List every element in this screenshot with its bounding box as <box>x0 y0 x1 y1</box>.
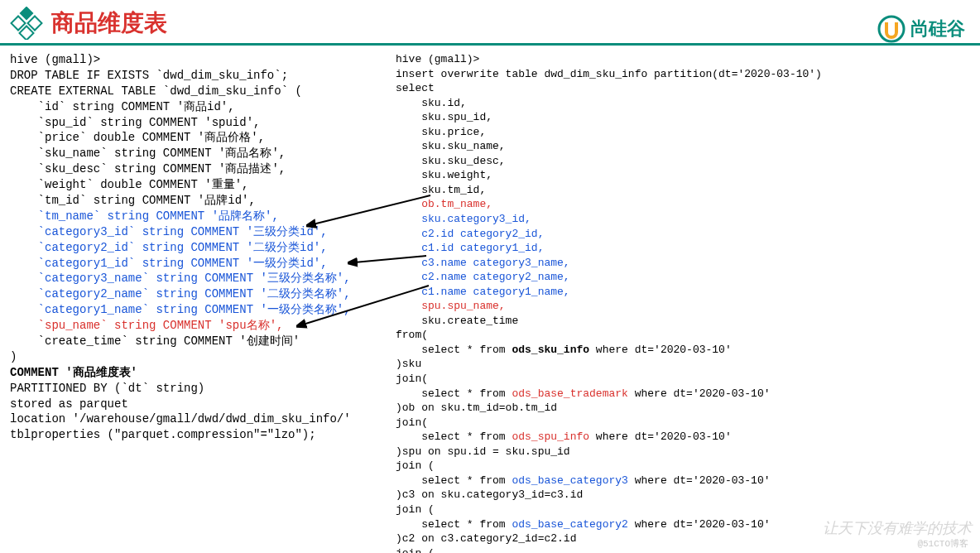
code-line: sku.sku_desc, <box>396 155 506 167</box>
code-line-highlight: c2.id category2_id, <box>396 228 544 240</box>
code-line-highlight: `category2_id` string COMMENT '二级分类id', <box>10 241 328 254</box>
code-line: CREATE EXTERNAL TABLE `dwd_dim_sku_info`… <box>10 84 302 98</box>
code-line: `sku_name` string COMMENT '商品名称', <box>10 147 286 160</box>
code-line: select * from ods_spu_info where dt='202… <box>396 430 732 443</box>
svg-rect-1 <box>12 17 26 31</box>
code-line: PARTITIONED BY (`dt` string) <box>10 382 204 395</box>
sql-create-block: hive (gmall)> DROP TABLE IF EXISTS `dwd_… <box>10 52 407 553</box>
code-line: sku.weight, <box>396 169 492 181</box>
code-line-highlight: `category1_id` string COMMENT '一级分类id', <box>10 257 328 270</box>
svg-rect-0 <box>20 7 34 20</box>
code-line-highlight: c2.name category2_name, <box>396 271 570 283</box>
watermark-credit: @51CTO博客 <box>917 537 968 550</box>
code-line: stored as parquet <box>10 397 128 411</box>
code-line: join ( <box>396 459 435 472</box>
code-line: from( <box>396 329 428 341</box>
code-line: select * from ods_base_category2 where d… <box>396 518 771 531</box>
code-line: `tm_id` string COMMENT '品牌id', <box>10 194 256 207</box>
code-line: `create_time` string COMMENT '创建时间' <box>10 334 300 348</box>
code-line-highlight: `category3_name` string COMMENT '三级分类名称'… <box>10 272 351 285</box>
sql-insert-block: hive (gmall)> insert overwrite table dwd… <box>396 52 822 553</box>
code-line: sku.tm_id, <box>396 184 486 196</box>
code-line: location '/warehouse/gmall/dwd/dwd_dim_s… <box>10 412 351 426</box>
code-line-highlight: spu.spu_name, <box>396 300 506 312</box>
watermark-slogan: 让天下没有难学的技术 <box>823 518 972 538</box>
code-line: )c2 on c3.category2_id=c2.id <box>396 532 576 545</box>
code-line: sku.price, <box>396 126 486 138</box>
code-line: select * from ods_base_category3 where d… <box>396 474 771 487</box>
code-line: ) <box>10 350 17 363</box>
code-line: )c3 on sku.category3_id=c3.id <box>396 488 583 501</box>
header: 商品维度表 <box>0 0 980 46</box>
code-line-highlight: c3.name category3_name, <box>396 257 570 269</box>
code-line-highlight: `category3_id` string COMMENT '三级分类id', <box>10 225 328 238</box>
page-title: 商品维度表 <box>51 7 167 39</box>
code-line: `id` string COMMENT '商品id', <box>10 100 235 113</box>
code-line: select <box>396 82 435 94</box>
code-line: DROP TABLE IF EXISTS `dwd_dim_sku_info`; <box>10 69 288 82</box>
code-line: select * from ods_base_trademark where d… <box>396 387 771 400</box>
code-line: )ob on sku.tm_id=ob.tm_id <box>396 402 557 414</box>
brand-icon-left <box>10 7 43 40</box>
svg-rect-2 <box>28 17 42 31</box>
code-line-highlight: ob.tm_name, <box>396 198 492 210</box>
brand-icon-right <box>877 15 906 43</box>
content: hive (gmall)> DROP TABLE IF EXISTS `dwd_… <box>0 46 980 553</box>
code-line: join( <box>396 416 428 429</box>
code-line: `weight` double COMMENT '重量', <box>10 178 248 191</box>
code-line: `spu_id` string COMMENT 'spuid', <box>10 116 260 129</box>
code-line: )sku <box>396 358 421 370</box>
code-line: sku.sku_name, <box>396 140 506 152</box>
brand-logo-right: 尚硅谷 <box>877 15 965 43</box>
brand-name: 尚硅谷 <box>910 17 965 41</box>
code-line-highlight: `category1_name` string COMMENT '一级分类名称'… <box>10 303 351 316</box>
svg-rect-3 <box>20 26 34 40</box>
code-line-highlight: `tm_name` string COMMENT '品牌名称', <box>10 209 279 223</box>
code-line: tblproperties ("parquet.compression"="lz… <box>10 428 316 441</box>
code-line: sku.spu_id, <box>396 111 492 123</box>
code-line: join ( <box>396 547 435 553</box>
code-line: select * from ods_sku_info where dt='202… <box>396 344 732 356</box>
code-line: join ( <box>396 503 435 516</box>
code-line-highlight: c1.name category1_name, <box>396 286 570 298</box>
code-line-highlight: c1.id category1_id, <box>396 242 544 254</box>
code-line: hive (gmall)> <box>396 53 479 65</box>
code-line: hive (gmall)> <box>10 53 100 66</box>
code-line: )spu on spu.id = sku.spu_id <box>396 445 570 458</box>
code-line: sku.create_time <box>396 315 518 327</box>
code-line: `price` double COMMENT '商品价格', <box>10 131 265 144</box>
code-line-highlight: sku.category3_id, <box>396 213 531 225</box>
code-line: `sku_desc` string COMMENT '商品描述', <box>10 162 286 176</box>
code-line-highlight: `category2_name` string COMMENT '二级分类名称'… <box>10 287 351 301</box>
code-line-highlight: `spu_name` string COMMENT 'spu名称', <box>10 319 283 332</box>
code-line: COMMENT '商品维度表' <box>10 366 137 379</box>
code-line: insert overwrite table dwd_dim_sku_info … <box>396 68 822 80</box>
code-line: join( <box>396 373 428 385</box>
code-line: sku.id, <box>396 97 467 109</box>
